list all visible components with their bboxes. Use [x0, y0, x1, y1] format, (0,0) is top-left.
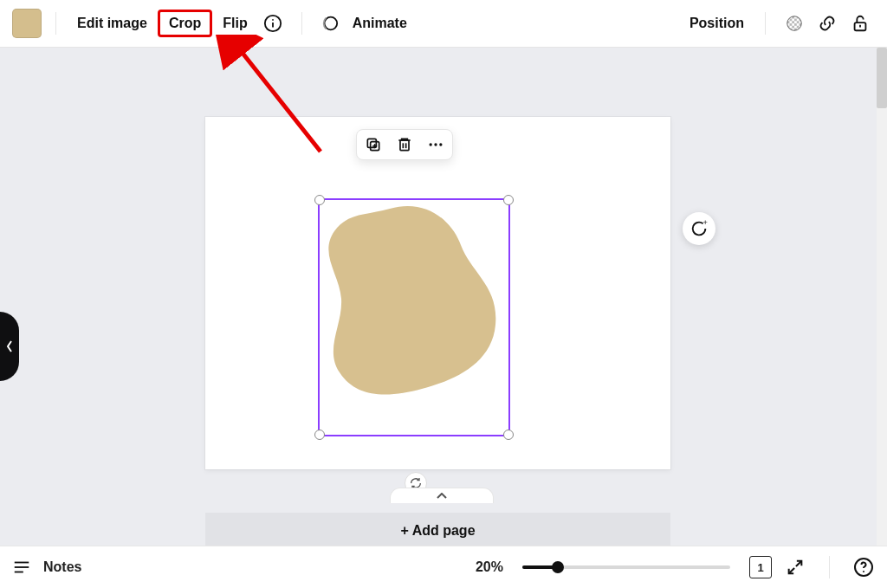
footer-bar: Notes 20% 1 — [0, 546, 887, 588]
drawer-handle-icon[interactable] — [0, 312, 19, 381]
resize-handle-br[interactable] — [503, 430, 514, 440]
divider — [301, 12, 302, 35]
resize-handle-bl[interactable] — [314, 430, 325, 440]
svg-text:+: + — [703, 219, 708, 227]
lock-open-icon[interactable] — [845, 9, 875, 38]
svg-point-32 — [863, 571, 864, 572]
link-icon[interactable] — [813, 9, 842, 38]
notes-button[interactable]: Notes — [43, 559, 81, 575]
page-number-label: 1 — [757, 561, 763, 574]
resize-handle-tr[interactable] — [503, 195, 514, 205]
canvas-area[interactable]: + + Add page — [0, 48, 877, 546]
info-icon[interactable] — [258, 9, 288, 38]
selection-outline[interactable] — [318, 198, 510, 436]
fullscreen-icon[interactable] — [784, 556, 806, 578]
divider — [55, 12, 56, 35]
context-toolbar: Edit image Crop Flip Animate Position — [0, 0, 887, 48]
zoom-slider[interactable] — [522, 565, 730, 569]
svg-point-24 — [439, 143, 442, 145]
zoom-level-label[interactable]: 20% — [476, 559, 503, 575]
duplicate-icon[interactable] — [364, 135, 383, 154]
svg-point-23 — [434, 143, 437, 145]
resize-handle-tl[interactable] — [314, 195, 325, 205]
svg-point-2 — [272, 19, 274, 21]
transparency-icon[interactable] — [780, 9, 809, 38]
svg-point-3 — [324, 17, 337, 30]
page-grid-icon[interactable]: 1 — [749, 556, 772, 578]
zoom-slider-knob[interactable] — [552, 561, 564, 573]
position-button[interactable]: Position — [683, 10, 751, 36]
floating-element-toolbar — [356, 129, 453, 160]
animate-button[interactable]: Animate — [346, 10, 414, 36]
notes-icon[interactable] — [12, 558, 31, 577]
comment-icon[interactable]: + — [683, 212, 715, 245]
svg-point-6 — [787, 16, 802, 31]
chevron-up-icon[interactable] — [390, 488, 494, 503]
svg-rect-19 — [400, 140, 409, 151]
help-icon[interactable] — [852, 556, 875, 578]
edit-image-button[interactable]: Edit image — [70, 10, 154, 36]
trash-icon[interactable] — [395, 135, 414, 154]
color-swatch[interactable] — [12, 9, 42, 38]
scrollbar-thumb[interactable] — [877, 48, 887, 108]
animate-icon — [316, 9, 342, 38]
vertical-scrollbar[interactable] — [877, 48, 887, 546]
divider — [765, 12, 766, 35]
svg-point-22 — [430, 143, 432, 145]
more-icon[interactable] — [426, 135, 445, 154]
add-page-button[interactable]: + Add page — [205, 513, 670, 549]
crop-button[interactable]: Crop — [158, 10, 212, 37]
divider — [829, 556, 830, 578]
flip-button[interactable]: Flip — [216, 10, 254, 36]
